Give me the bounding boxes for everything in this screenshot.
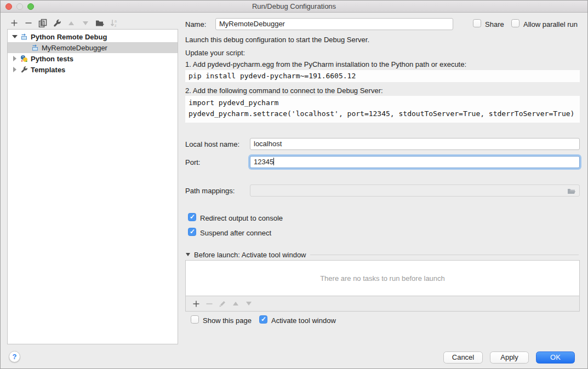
instruction-step-1: 1. Add pydevd-pycharm.egg from the PyCha…	[185, 60, 466, 68]
port-input[interactable]: 12345	[250, 156, 580, 168]
title-bar: Run/Debug Configurations	[1, 1, 587, 13]
apply-button[interactable]: Apply	[490, 351, 529, 364]
edit-templates-button[interactable]	[50, 17, 64, 29]
allow-parallel-run-label[interactable]: Allow parallel run	[523, 20, 578, 28]
new-folder-icon	[95, 19, 105, 27]
remote-debug-icon	[31, 44, 39, 51]
wrench-icon	[53, 19, 61, 27]
move-task-up-button[interactable]	[229, 298, 242, 310]
local-host-name-input[interactable]: localhost	[250, 138, 580, 150]
before-launch-toolbar	[185, 296, 580, 312]
path-mappings-label: Path mappings:	[185, 187, 235, 195]
new-folder-button[interactable]	[93, 17, 107, 29]
arrow-up-icon	[68, 21, 74, 25]
activate-tool-window-label[interactable]: Activate tool window	[271, 316, 336, 325]
tree-item-label: Python Remote Debug	[31, 33, 107, 41]
local-host-name-label: Local host name:	[185, 140, 239, 148]
minus-icon	[205, 300, 213, 308]
remote-debug-icon	[20, 33, 28, 41]
add-configuration-button[interactable]	[7, 17, 21, 29]
before-launch-task-list[interactable]: There are no tasks to run before launch	[185, 260, 580, 296]
remove-configuration-button[interactable]	[21, 17, 36, 29]
allow-parallel-run-checkbox[interactable]	[511, 19, 520, 27]
pip-install-command: pip install pydevd-pycharm~=191.6605.12	[185, 70, 580, 82]
window-title: Run/Debug Configurations	[1, 1, 587, 12]
minimize-window-button[interactable]	[16, 3, 23, 10]
tree-item-python-tests[interactable]: Python tests	[8, 53, 178, 64]
move-down-button[interactable]	[78, 17, 93, 29]
show-this-page-label[interactable]: Show this page	[203, 316, 252, 325]
templates-wrench-icon	[20, 66, 28, 73]
instruction-line-1: Launch this debug configuration to start…	[185, 36, 369, 44]
redirect-output-checkbox[interactable]	[188, 213, 196, 221]
settrace-line-2: pydevd_pycharm.settrace('localhost', por…	[189, 108, 580, 119]
svg-text:a: a	[115, 19, 117, 23]
instruction-step-2: 2. Add the following command to connect …	[185, 87, 383, 95]
redirect-output-label[interactable]: Redirect output to console	[200, 214, 283, 222]
arrow-down-icon	[83, 21, 88, 25]
text-caret	[273, 158, 274, 165]
python-tests-icon	[20, 55, 28, 62]
collapse-arrow-icon[interactable]	[186, 253, 190, 256]
sort-az-icon: a z	[110, 19, 118, 27]
close-window-button[interactable]	[5, 3, 12, 10]
show-this-page-checkbox[interactable]	[191, 315, 199, 324]
zoom-window-button[interactable]	[27, 3, 34, 10]
tree-item-label: Templates	[31, 66, 65, 74]
suspend-after-connect-checkbox[interactable]	[188, 228, 196, 236]
add-task-button[interactable]	[190, 298, 203, 310]
browse-folder-icon[interactable]	[567, 187, 576, 195]
expand-arrow-icon[interactable]	[12, 67, 18, 72]
arrow-up-icon	[233, 302, 238, 305]
remove-task-button[interactable]	[203, 298, 216, 310]
edit-task-button[interactable]	[216, 298, 229, 310]
settrace-command-block: import pydevd_pycharm pydevd_pycharm.set…	[185, 96, 580, 123]
before-launch-header[interactable]: Before launch: Activate tool window	[186, 250, 579, 259]
name-input[interactable]: MyRemoteDebugger	[215, 18, 453, 30]
tree-item-python-remote-debug[interactable]: Python Remote Debug	[8, 31, 178, 42]
configurations-tree: Python Remote Debug MyRemoteDebugger	[7, 29, 178, 344]
share-label[interactable]: Share	[485, 20, 504, 28]
cancel-button[interactable]: Cancel	[443, 351, 483, 364]
before-launch-title: Before launch: Activate tool window	[194, 251, 306, 259]
tree-item-label: Python tests	[31, 55, 73, 63]
collapse-arrow-icon[interactable]	[12, 34, 18, 39]
help-button[interactable]: ?	[9, 351, 20, 362]
activate-tool-window-checkbox[interactable]	[259, 315, 267, 324]
share-checkbox[interactable]	[473, 19, 481, 27]
name-label: Name:	[185, 20, 206, 28]
port-label: Port:	[185, 158, 200, 166]
plus-icon	[10, 19, 19, 27]
expand-arrow-icon[interactable]	[12, 56, 18, 61]
suspend-after-connect-label[interactable]: Suspend after connect	[200, 229, 271, 237]
pencil-icon	[219, 300, 226, 308]
instruction-line-2: Update your script:	[185, 49, 245, 57]
separator-line	[310, 255, 579, 255]
tree-item-label: MyRemoteDebugger	[42, 44, 107, 52]
minus-icon	[24, 19, 33, 27]
tree-item-templates[interactable]: Templates	[8, 64, 178, 75]
configurations-toolbar: a z	[7, 17, 121, 29]
arrow-down-icon	[246, 302, 252, 305]
move-up-button[interactable]	[64, 17, 78, 29]
plus-icon	[192, 300, 200, 308]
copy-configuration-button[interactable]	[36, 17, 50, 29]
copy-icon	[38, 19, 47, 27]
svg-text:z: z	[115, 24, 117, 27]
settrace-line-1: import pydevd_pycharm	[189, 97, 580, 108]
move-task-down-button[interactable]	[242, 298, 255, 310]
run-debug-configurations-dialog: Run/Debug Configurations	[0, 0, 588, 369]
empty-tasks-message: There are no tasks to run before launch	[320, 274, 445, 282]
ok-button[interactable]: OK	[536, 351, 575, 364]
tree-item-myremotedebugger[interactable]: MyRemoteDebugger	[8, 42, 178, 53]
path-mappings-input[interactable]	[250, 184, 580, 197]
sort-configurations-button[interactable]: a z	[107, 17, 121, 29]
